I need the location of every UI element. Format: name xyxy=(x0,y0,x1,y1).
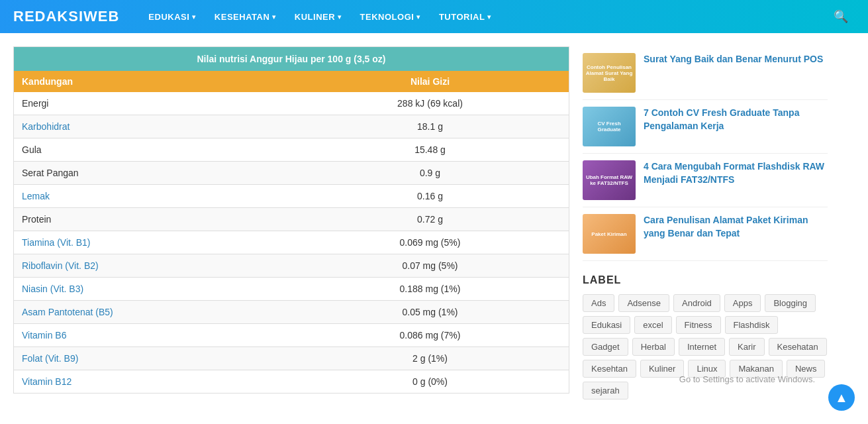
label-tag[interactable]: Ads xyxy=(583,294,614,312)
label-tag[interactable]: Edukasi xyxy=(583,316,630,334)
label-tag[interactable]: sejarah xyxy=(583,382,628,399)
table-row: Asam Pantotenat (B5)0.05 mg (1%) xyxy=(14,301,569,324)
cell-kandungan: Riboflavin (Vit. B2) xyxy=(14,254,292,278)
cell-nilai-gizi: 0.05 mg (1%) xyxy=(291,301,569,324)
cell-nilai-gizi: 0.16 g xyxy=(291,185,569,208)
cell-kandungan: Protein xyxy=(14,208,292,231)
nav-kuliner[interactable]: KULINER ▾ xyxy=(285,0,351,33)
label-tag[interactable]: Karir xyxy=(729,338,764,356)
table-row: Riboflavin (Vit. B2)0.07 mg (5%) xyxy=(14,254,569,278)
article-thumbnail: CV Fresh Graduate xyxy=(583,107,636,146)
nav-kesehatan[interactable]: KESEHATAN ▾ xyxy=(205,0,285,33)
label-tag[interactable]: Apps xyxy=(724,294,761,312)
label-tag[interactable]: News xyxy=(787,360,826,378)
sidebar-article: Paket KirimanCara Penulisan Alamat Paket… xyxy=(583,207,828,261)
article-thumbnail: Paket Kiriman xyxy=(583,214,636,254)
chevron-down-icon: ▾ xyxy=(338,13,342,21)
cell-nilai-gizi: 0 g (0%) xyxy=(291,370,569,394)
cell-nilai-gizi: 2 g (1%) xyxy=(291,347,569,370)
col-nilai-gizi: Nilai Gizi xyxy=(291,71,569,92)
cell-nilai-gizi: 0.188 mg (1%) xyxy=(291,278,569,301)
chevron-down-icon: ▾ xyxy=(192,13,196,21)
cell-kandungan: Vitamin B6 xyxy=(14,324,292,347)
article-title[interactable]: Surat Yang Baik dan Benar Menurut POS xyxy=(644,53,828,66)
label-heading: LABEL xyxy=(583,274,828,286)
label-tag[interactable]: Fitness xyxy=(676,316,721,334)
sidebar-article: Ubah Format RAW ke FAT32/NTFS4 Cara Meng… xyxy=(583,154,828,207)
label-tags: AdsAdsenseAndroidAppsBloggingEdukasiexce… xyxy=(583,294,828,399)
sidebar-articles: Contoh Penulisan Alamat Surat Yang BaikS… xyxy=(583,46,828,261)
label-tag[interactable]: Kuliner xyxy=(640,360,684,378)
article-thumbnail: Contoh Penulisan Alamat Surat Yang Baik xyxy=(583,53,636,93)
label-tag[interactable]: Adsense xyxy=(618,294,669,312)
table-row: Tiamina (Vit. B1)0.069 mg (5%) xyxy=(14,231,569,254)
cell-kandungan: Asam Pantotenat (B5) xyxy=(14,301,292,324)
cell-nilai-gizi: 0.086 mg (7%) xyxy=(291,324,569,347)
label-tag[interactable]: Kesehatan xyxy=(769,338,827,356)
table-row: Folat (Vit. B9)2 g (1%) xyxy=(14,347,569,370)
table-row: Gula15.48 g xyxy=(14,138,569,162)
nav-tutorial[interactable]: TUTORIAL ▾ xyxy=(430,0,501,33)
chevron-down-icon: ▾ xyxy=(487,13,491,21)
article-info: 4 Cara Mengubah Format Flashdisk RAW Men… xyxy=(644,160,828,186)
cell-nilai-gizi: 0.07 mg (5%) xyxy=(291,254,569,278)
label-tag[interactable]: excel xyxy=(634,316,671,334)
cell-kandungan: Folat (Vit. B9) xyxy=(14,347,292,370)
cell-kandungan: Tiamina (Vit. B1) xyxy=(14,231,292,254)
nav-teknologi[interactable]: TEKNOLOGI ▾ xyxy=(351,0,430,33)
cell-kandungan: Vitamin B12 xyxy=(14,370,292,394)
table-header: Kandungan Nilai Gizi xyxy=(14,71,569,92)
table-row: Energi288 kJ (69 kcal) xyxy=(14,92,569,115)
sidebar: Contoh Penulisan Alamat Surat Yang BaikS… xyxy=(583,46,828,399)
table-row: Lemak0.16 g xyxy=(14,185,569,208)
article-thumbnail: Ubah Format RAW ke FAT32/NTFS xyxy=(583,160,636,200)
label-tag[interactable]: Flashdisk xyxy=(725,316,779,334)
thumbnail-text: Paket Kiriman xyxy=(589,229,629,240)
cell-kandungan: Lemak xyxy=(14,185,292,208)
cell-kandungan: Gula xyxy=(14,138,292,162)
logo[interactable]: REDAKSIWEB xyxy=(13,8,119,25)
label-tag[interactable]: Linux xyxy=(688,360,726,378)
article-info: Cara Penulisan Alamat Paket Kiriman yang… xyxy=(644,214,828,240)
article-info: 7 Contoh CV Fresh Graduate Tanpa Pengala… xyxy=(644,107,828,132)
label-tag[interactable]: Makanan xyxy=(730,360,782,378)
cell-kandungan: Serat Pangan xyxy=(14,162,292,185)
article-info: Surat Yang Baik dan Benar Menurut POS xyxy=(644,53,828,66)
label-section: LABEL AdsAdsenseAndroidAppsBloggingEduka… xyxy=(583,274,828,399)
sidebar-article: CV Fresh Graduate7 Contoh CV Fresh Gradu… xyxy=(583,100,828,154)
table-row: Vitamin B120 g (0%) xyxy=(14,370,569,394)
thumbnail-text: CV Fresh Graduate xyxy=(583,118,636,135)
cell-nilai-gizi: 18.1 g xyxy=(291,115,569,138)
label-tag[interactable]: Internet xyxy=(679,338,725,356)
chevron-down-icon: ▾ xyxy=(272,13,276,21)
main-content: Nilai nutrisi Anggur Hijau per 100 g (3,… xyxy=(13,46,569,399)
nutrition-table: Nilai nutrisi Anggur Hijau per 100 g (3,… xyxy=(13,46,569,394)
cell-nilai-gizi: 0.069 mg (5%) xyxy=(291,231,569,254)
sidebar-article: Contoh Penulisan Alamat Surat Yang BaikS… xyxy=(583,46,828,100)
label-tag[interactable]: Herbal xyxy=(632,338,675,356)
cell-nilai-gizi: 15.48 g xyxy=(291,138,569,162)
table-row: Protein0.72 g xyxy=(14,208,569,231)
page-content: Nilai nutrisi Anggur Hijau per 100 g (3,… xyxy=(0,33,868,399)
label-tag[interactable]: Blogging xyxy=(765,294,816,312)
thumbnail-text: Contoh Penulisan Alamat Surat Yang Baik xyxy=(583,62,636,85)
cell-kandungan: Karbohidrat xyxy=(14,115,292,138)
table-title: Nilai nutrisi Anggur Hijau per 100 g (3,… xyxy=(14,47,569,72)
thumbnail-text: Ubah Format RAW ke FAT32/NTFS xyxy=(583,172,636,189)
cell-nilai-gizi: 288 kJ (69 kcal) xyxy=(291,92,569,115)
col-kandungan: Kandungan xyxy=(14,71,292,92)
chevron-down-icon: ▾ xyxy=(416,13,420,21)
cell-nilai-gizi: 0.72 g xyxy=(291,208,569,231)
cell-kandungan: Niasin (Vit. B3) xyxy=(14,278,292,301)
main-nav: EDUKASI ▾ KESEHATAN ▾ KULINER ▾ TEKNOLOG… xyxy=(139,0,827,33)
label-tag[interactable]: Android xyxy=(673,294,720,312)
cell-kandungan: Energi xyxy=(14,92,292,115)
search-icon[interactable]: 🔍 xyxy=(827,9,855,24)
article-title[interactable]: Cara Penulisan Alamat Paket Kiriman yang… xyxy=(644,214,828,240)
article-title[interactable]: 4 Cara Mengubah Format Flashdisk RAW Men… xyxy=(644,160,828,186)
label-tag[interactable]: Kesehtan xyxy=(583,360,636,378)
article-title[interactable]: 7 Contoh CV Fresh Graduate Tanpa Pengala… xyxy=(644,107,828,132)
nav-edukasi[interactable]: EDUKASI ▾ xyxy=(139,0,205,33)
label-tag[interactable]: Gadget xyxy=(583,338,628,356)
header: REDAKSIWEB EDUKASI ▾ KESEHATAN ▾ KULINER… xyxy=(0,0,868,33)
